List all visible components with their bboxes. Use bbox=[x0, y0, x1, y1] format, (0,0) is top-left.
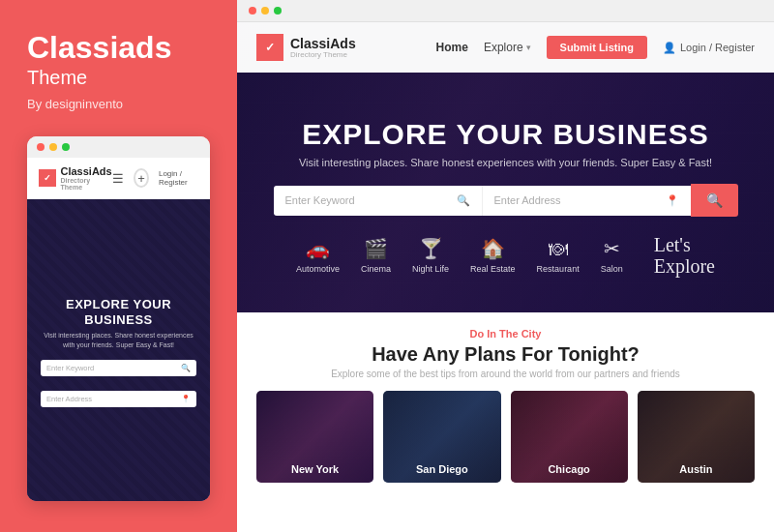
mini-login-text[interactable]: Login / Register bbox=[159, 169, 198, 187]
hero-search-button[interactable]: 🔍 bbox=[691, 184, 738, 217]
left-panel: Classiads Theme By designinvento ✓ Class… bbox=[0, 0, 237, 532]
app-subtitle: Theme bbox=[27, 67, 210, 89]
kw-placeholder: Enter Keyword bbox=[285, 194, 355, 206]
salon-icon: ✂ bbox=[604, 237, 620, 260]
desktop-lower: Do In The City Have Any Plans For Tonigh… bbox=[237, 312, 774, 532]
app-author: By designinvento bbox=[27, 97, 210, 111]
dot-red-icon bbox=[37, 143, 45, 151]
hero-search-bar: Enter Keyword 🔍 Enter Address 📍 🔍 bbox=[274, 184, 738, 217]
chicago-label: Chicago bbox=[511, 463, 628, 475]
sandiego-label: San Diego bbox=[383, 463, 500, 475]
mini-logo-tag: Directory Theme bbox=[61, 177, 113, 191]
right-panel: ✓ ClassiAds Directory Theme Home Explore… bbox=[237, 0, 774, 532]
desktop-hero-body: EXPLORE YOUR BUSINESS Visit interesting … bbox=[237, 73, 774, 312]
user-icon: 👤 bbox=[663, 42, 676, 54]
cinema-icon: 🎬 bbox=[364, 237, 388, 260]
dot-green-icon bbox=[62, 143, 70, 151]
mini-hero-content: EXPLORE YOUR BUSINESS Visit interesting … bbox=[41, 297, 196, 407]
mini-hero-subtitle: Visit interesting places. Share honest e… bbox=[41, 331, 196, 350]
category-automotive[interactable]: 🚗 Automotive bbox=[296, 237, 340, 274]
category-realestate[interactable]: 🏠 Real Estate bbox=[470, 237, 516, 274]
hero-subtitle: Visit interesting places. Share honest e… bbox=[299, 157, 712, 168]
austin-label: Austin bbox=[638, 463, 755, 475]
realestate-label: Real Estate bbox=[470, 264, 516, 274]
desktop-navbar: ✓ ClassiAds Directory Theme Home Explore… bbox=[237, 22, 774, 73]
mini-hero: EXPLORE YOUR BUSINESS Visit interesting … bbox=[27, 199, 210, 501]
cinema-label: Cinema bbox=[361, 264, 391, 274]
category-nightlife[interactable]: 🍸 Night Life bbox=[412, 237, 449, 274]
city-card-newyork[interactable]: New York bbox=[256, 391, 373, 483]
lets-explore-text: Let'sExplore bbox=[654, 234, 715, 277]
mini-logo: ✓ ClassiAds Directory Theme bbox=[39, 165, 112, 191]
mini-hero-title: EXPLORE YOUR BUSINESS bbox=[41, 297, 196, 327]
automotive-label: Automotive bbox=[296, 264, 340, 274]
addr-placeholder: Enter Address bbox=[494, 194, 561, 206]
desktop-logo-icon: ✓ bbox=[256, 34, 283, 61]
desktop-logo-tag: Directory Theme bbox=[290, 50, 356, 59]
plus-icon[interactable]: + bbox=[134, 168, 149, 188]
mini-address-row: Enter Address 📍 bbox=[41, 386, 196, 407]
mini-browser-mockup: ✓ ClassiAds Directory Theme ☰ + Login / … bbox=[27, 136, 210, 501]
restaurant-icon: 🍽 bbox=[549, 238, 568, 260]
app-title: Classiads bbox=[27, 31, 210, 65]
hero-categories: 🚗 Automotive 🎬 Cinema 🍸 Night Life 🏠 Rea… bbox=[296, 234, 715, 277]
city-card-sandiego[interactable]: San Diego bbox=[383, 391, 500, 483]
nav-link-home[interactable]: Home bbox=[436, 41, 468, 54]
city-cards: New York San Diego Chicago Austin bbox=[256, 391, 755, 483]
login-register-link[interactable]: 👤 Login / Register bbox=[663, 42, 755, 54]
desktop-logo-texts: ClassiAds Directory Theme bbox=[290, 37, 356, 59]
lower-description: Explore some of the best tips from aroun… bbox=[256, 369, 755, 379]
explore-chevron-icon: ▾ bbox=[526, 43, 531, 52]
desktop-logo: ✓ ClassiAds Directory Theme bbox=[256, 34, 356, 61]
mini-address-input[interactable]: Enter Address 📍 bbox=[41, 391, 196, 407]
automotive-icon: 🚗 bbox=[306, 237, 330, 260]
restaurant-label: Restaurant bbox=[537, 264, 580, 274]
mini-addr-placeholder: Enter Address bbox=[46, 395, 92, 403]
mini-location-icon: 📍 bbox=[181, 395, 191, 403]
desktop-hero: ✓ ClassiAds Directory Theme Home Explore… bbox=[237, 22, 774, 312]
realestate-icon: 🏠 bbox=[481, 237, 505, 260]
lower-tagline: Do In The City bbox=[256, 328, 755, 340]
submit-listing-button[interactable]: Submit Listing bbox=[547, 36, 647, 59]
right-browser-bar bbox=[237, 0, 774, 22]
city-card-austin[interactable]: Austin bbox=[638, 391, 755, 483]
mini-header-right: ☰ + Login / Register bbox=[112, 168, 198, 188]
mini-search-icon: 🔍 bbox=[181, 364, 191, 372]
mini-browser-bar bbox=[27, 136, 210, 158]
city-card-chicago[interactable]: Chicago bbox=[511, 391, 628, 483]
addr-location-icon: 📍 bbox=[666, 194, 679, 207]
mini-content: ✓ ClassiAds Directory Theme ☰ + Login / … bbox=[27, 158, 210, 501]
hamburger-icon[interactable]: ☰ bbox=[112, 171, 124, 186]
category-cinema[interactable]: 🎬 Cinema bbox=[361, 237, 391, 274]
category-restaurant[interactable]: 🍽 Restaurant bbox=[537, 238, 580, 274]
mini-logo-icon: ✓ bbox=[39, 169, 56, 187]
newyork-label: New York bbox=[256, 463, 373, 475]
right-dot-green bbox=[274, 7, 282, 15]
dot-yellow-icon bbox=[49, 143, 57, 151]
lower-heading: Have Any Plans For Tonight? bbox=[256, 343, 755, 366]
mini-logo-name: ClassiAds bbox=[61, 165, 112, 177]
salon-label: Salon bbox=[601, 264, 623, 274]
login-text: Login / Register bbox=[680, 42, 755, 53]
right-dot-red bbox=[249, 7, 256, 15]
nightlife-icon: 🍸 bbox=[419, 237, 443, 260]
right-dot-yellow bbox=[261, 7, 269, 15]
nav-link-explore[interactable]: Explore ▾ bbox=[484, 41, 531, 54]
hero-main-title: EXPLORE YOUR BUSINESS bbox=[302, 118, 709, 151]
mini-keyword-input[interactable]: Enter Keyword 🔍 bbox=[41, 360, 196, 376]
mini-search-row: Enter Keyword 🔍 bbox=[41, 360, 196, 376]
kw-search-icon: 🔍 bbox=[457, 194, 470, 207]
mini-header: ✓ ClassiAds Directory Theme ☰ + Login / … bbox=[27, 158, 210, 199]
hero-address-input[interactable]: Enter Address 📍 bbox=[483, 186, 691, 216]
desktop-nav-links: Home Explore ▾ Submit Listing 👤 Login / … bbox=[436, 36, 755, 59]
mini-kw-placeholder: Enter Keyword bbox=[46, 364, 94, 372]
desktop-logo-name: ClassiAds bbox=[290, 37, 356, 50]
category-salon[interactable]: ✂ Salon bbox=[601, 237, 623, 274]
hero-keyword-input[interactable]: Enter Keyword 🔍 bbox=[274, 186, 483, 216]
nightlife-label: Night Life bbox=[412, 264, 449, 274]
